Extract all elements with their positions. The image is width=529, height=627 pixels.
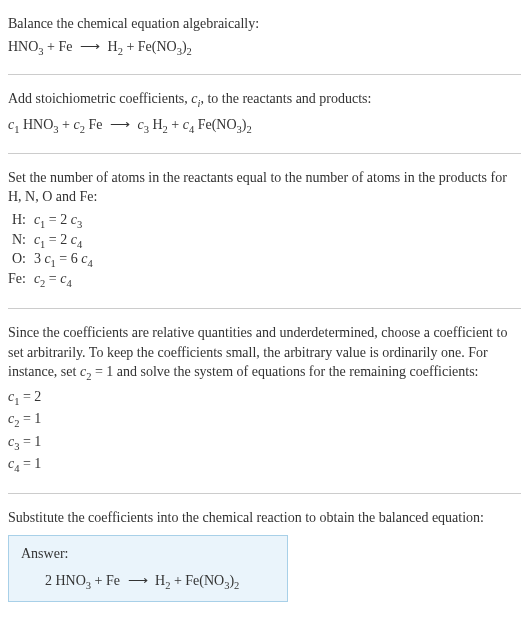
coeff-c3: c3 = 1 <box>8 432 521 454</box>
atom-eq-h: c1 = 2 c3 <box>34 211 99 231</box>
answer-box: Answer: 2 HNO3 + Fe ⟶ H2 + Fe(NO3)2 <box>8 535 288 602</box>
coefficient-list: c1 = 2 c2 = 1 c3 = 1 c4 = 1 <box>8 387 521 477</box>
substitute-text: Substitute the coefficients into the che… <box>8 508 521 528</box>
coeff-c2: c2 = 1 <box>8 409 521 431</box>
atom-balance-text: Set the number of atoms in the reactants… <box>8 168 521 207</box>
stoich-section: Add stoichiometric coefficients, ci, to … <box>8 83 521 144</box>
intro-text: Balance the chemical equation algebraica… <box>8 14 521 34</box>
solve-text: Since the coefficients are relative quan… <box>8 323 521 385</box>
table-row: N: c1 = 2 c4 <box>8 231 99 251</box>
table-row: O: 3 c1 = 6 c4 <box>8 250 99 270</box>
table-row: H: c1 = 2 c3 <box>8 211 99 231</box>
divider <box>8 74 521 75</box>
coeff-c4: c4 = 1 <box>8 454 521 476</box>
solve-section: Since the coefficients are relative quan… <box>8 317 521 485</box>
atom-label-h: H: <box>8 211 34 231</box>
answer-section: Substitute the coefficients into the che… <box>8 502 521 608</box>
atom-eq-n: c1 = 2 c4 <box>34 231 99 251</box>
product-feno32: Fe(NO3)2 <box>138 39 192 54</box>
coeff-equation: c1 HNO3 + c2 Fe ⟶ c3 H2 + c4 Fe(NO3)2 <box>8 116 521 135</box>
atom-eq-fe: c2 = c4 <box>34 270 99 290</box>
atom-eq-o: 3 c1 = 6 c4 <box>34 250 99 270</box>
balanced-equation: 2 HNO3 + Fe ⟶ H2 + Fe(NO3)2 <box>21 572 275 591</box>
reaction-arrow: ⟶ <box>80 38 100 55</box>
reactant-fe: Fe <box>59 39 73 54</box>
stoich-text: Add stoichiometric coefficients, ci, to … <box>8 89 521 111</box>
divider <box>8 153 521 154</box>
answer-label: Answer: <box>21 546 275 562</box>
atom-label-fe: Fe: <box>8 270 34 290</box>
atom-table: H: c1 = 2 c3 N: c1 = 2 c4 O: 3 c1 = 6 c4… <box>8 211 99 290</box>
divider <box>8 493 521 494</box>
atom-label-n: N: <box>8 231 34 251</box>
product-h2: H2 <box>108 39 123 54</box>
unbalanced-equation: HNO3 + Fe ⟶ H2 + Fe(NO3)2 <box>8 38 521 57</box>
atom-label-o: O: <box>8 250 34 270</box>
reactant-hno3: HNO3 <box>8 39 44 54</box>
table-row: Fe: c2 = c4 <box>8 270 99 290</box>
intro-section: Balance the chemical equation algebraica… <box>8 8 521 66</box>
coeff-c1: c1 = 2 <box>8 387 521 409</box>
atom-balance-section: Set the number of atoms in the reactants… <box>8 162 521 300</box>
divider <box>8 308 521 309</box>
